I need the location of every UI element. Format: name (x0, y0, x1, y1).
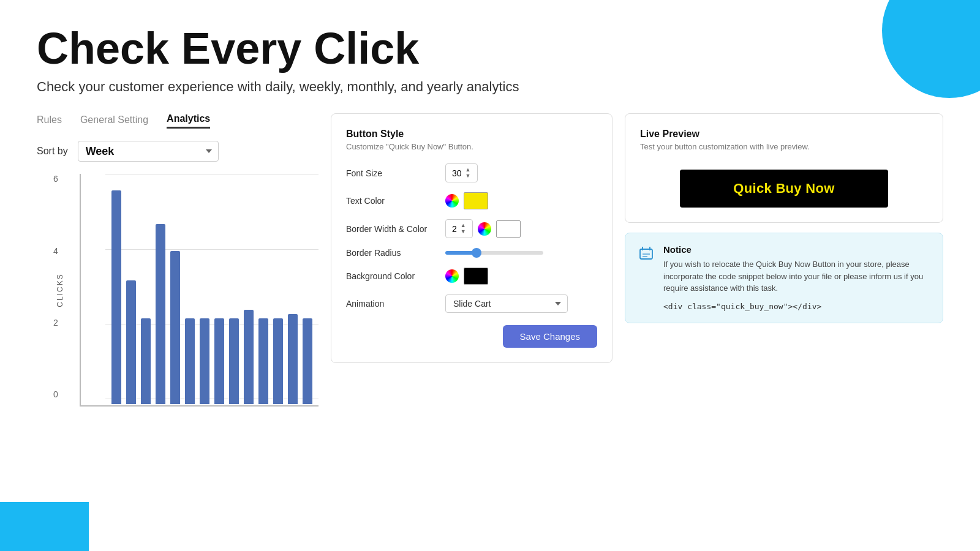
text-color-label: Text Color (346, 196, 438, 206)
text-color-row: Text Color (346, 192, 597, 209)
background-color-row: Background Color (346, 268, 597, 285)
bar-12 (273, 318, 283, 404)
bar-14 (303, 318, 312, 404)
border-width-input[interactable]: 2 ▲ ▼ (445, 219, 473, 238)
notice-text: If you wish to relocate the Quick Buy No… (663, 258, 930, 294)
y-label-4: 4 (53, 246, 58, 256)
chart-area: 0 2 4 6 (80, 174, 318, 407)
border-radius-slider[interactable] (445, 251, 543, 255)
tab-analytics[interactable]: Analytics (167, 113, 210, 129)
bg-color-swatch[interactable] (464, 268, 488, 285)
save-changes-button[interactable]: Save Changes (503, 325, 597, 348)
bar-2 (126, 280, 136, 404)
notice-title: Notice (663, 244, 930, 255)
button-style-subtitle: Customize "Quick Buy Now" Button. (346, 142, 597, 151)
y-label-2: 2 (53, 318, 58, 328)
bar-10 (244, 310, 254, 405)
main-title: Check Every Click (37, 24, 943, 73)
border-control: 2 ▲ ▼ (445, 219, 521, 238)
sort-row: Sort by Week Day Month Year (37, 141, 318, 162)
background-color-control (445, 268, 488, 285)
animation-select[interactable]: Slide Cart None Bounce Fade (445, 294, 568, 313)
text-color-swatch[interactable] (464, 192, 488, 209)
bar-1 (111, 190, 121, 405)
live-preview-title: Live Preview (640, 129, 928, 140)
bars-container (105, 179, 318, 404)
bar-13 (288, 314, 298, 404)
y-label-6: 6 (53, 174, 58, 184)
bar-5 (170, 251, 180, 404)
y-label-0: 0 (53, 389, 58, 399)
bar-6 (185, 318, 195, 404)
border-radius-row: Border Radius (346, 248, 597, 258)
tabs-row: Rules General Setting Analytics (37, 113, 318, 129)
font-size-control: 30 ▲ ▼ (445, 163, 478, 182)
border-radius-slider-container (445, 251, 543, 255)
right-panel: Live Preview Test your button customizat… (625, 113, 943, 407)
grid-line-6 (105, 174, 318, 174)
tab-rules[interactable]: Rules (37, 114, 62, 128)
bottom-left-rect-decoration (0, 502, 89, 551)
bar-8 (214, 318, 224, 404)
notice-icon-wrap (638, 246, 655, 312)
bar-9 (229, 318, 239, 404)
notice-card: Notice If you wish to relocate the Quick… (625, 233, 943, 323)
border-label: Border Width & Color (346, 224, 438, 234)
tab-general-setting[interactable]: General Setting (80, 114, 148, 128)
sort-label: Sort by (37, 146, 68, 157)
border-color-swatch[interactable] (496, 220, 521, 238)
bar-11 (258, 318, 268, 404)
bar-4 (156, 224, 165, 404)
y-axis-labels: 0 2 4 6 (53, 174, 58, 405)
sort-select[interactable]: Week Day Month Year (78, 141, 219, 162)
animation-row: Animation Slide Cart None Bounce Fade (346, 294, 597, 313)
live-preview-card: Live Preview Test your button customizat… (625, 113, 943, 223)
text-color-picker-icon[interactable] (445, 194, 459, 208)
quick-buy-now-button[interactable]: Quick Buy Now (680, 170, 888, 208)
subtitle: Check your customer experience with dail… (37, 79, 943, 95)
bar-7 (200, 318, 209, 404)
font-size-row: Font Size 30 ▲ ▼ (346, 163, 597, 182)
notice-code: <div class="quick_buy_now"></div> (663, 302, 821, 311)
live-preview-subtitle: Test your button customization with live… (640, 142, 928, 151)
bg-color-picker-icon[interactable] (445, 269, 459, 283)
border-width-stepper[interactable]: ▲ ▼ (461, 223, 466, 234)
bar-3 (141, 318, 151, 404)
button-style-panel: Button Style Customize "Quick Buy Now" B… (331, 113, 612, 363)
animation-label: Animation (346, 299, 438, 309)
notice-content: Notice If you wish to relocate the Quick… (663, 244, 930, 312)
save-btn-row: Save Changes (346, 325, 597, 348)
font-size-value: 30 (452, 168, 462, 178)
border-color-picker-icon[interactable] (478, 222, 491, 236)
header-section: Check Every Click Check your customer ex… (37, 24, 943, 95)
left-panel: Rules General Setting Analytics Sort by … (37, 113, 318, 407)
font-size-label: Font Size (346, 168, 438, 178)
border-radius-label: Border Radius (346, 248, 438, 258)
main-content: Rules General Setting Analytics Sort by … (37, 113, 943, 407)
background-color-label: Background Color (346, 271, 438, 281)
font-size-input[interactable]: 30 ▲ ▼ (445, 163, 478, 182)
notice-icon (638, 246, 655, 263)
button-style-title: Button Style (346, 129, 597, 140)
font-size-stepper[interactable]: ▲ ▼ (466, 167, 471, 179)
border-width-value: 2 (452, 224, 457, 234)
text-color-control (445, 192, 488, 209)
border-row: Border Width & Color 2 ▲ ▼ (346, 219, 597, 238)
